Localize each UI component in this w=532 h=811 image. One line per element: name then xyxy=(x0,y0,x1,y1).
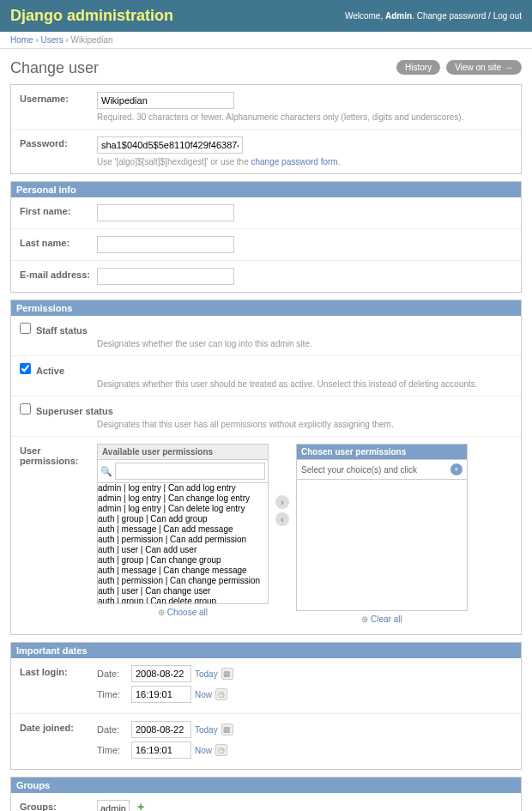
permissions-module: Permissions Staff status Designates whet… xyxy=(10,300,522,635)
last-name-label: Last name: xyxy=(20,236,93,248)
date-joined-time-input[interactable] xyxy=(131,741,191,759)
superuser-help: Designates that this user has all permis… xyxy=(97,420,512,429)
welcome-text: Welcome, xyxy=(345,11,383,21)
available-filter-input[interactable] xyxy=(115,463,265,480)
chosen-hint: Select your choice(s) and click + xyxy=(297,460,467,480)
header: Django administration Welcome, Admin. Ch… xyxy=(0,0,532,32)
permission-option[interactable]: auth | group | Can add group xyxy=(98,514,268,524)
breadcrumb-users[interactable]: Users xyxy=(41,35,63,45)
email-label: E-mail address: xyxy=(20,268,93,280)
chosen-permissions: Chosen user permissions Select your choi… xyxy=(296,444,468,611)
add-circle-icon[interactable]: + xyxy=(450,463,462,475)
groups-label: Groups: xyxy=(20,800,93,811)
permission-option[interactable]: auth | group | Can change group xyxy=(98,555,268,566)
last-login-date-input[interactable] xyxy=(131,665,191,682)
current-user: Admin xyxy=(385,11,412,21)
user-tools: Welcome, Admin. Change password / Log ou… xyxy=(345,11,522,21)
permission-option[interactable]: auth | permission | Can add permission xyxy=(98,535,268,545)
last-name-input[interactable] xyxy=(97,236,234,253)
logout-link[interactable]: Log out xyxy=(493,11,522,21)
user-permissions-label: User permissions: xyxy=(20,444,93,466)
clock-icon[interactable]: ◷ xyxy=(215,744,227,756)
breadcrumb-current: Wikipedian xyxy=(71,35,113,45)
available-filter: 🔍 xyxy=(98,460,268,483)
active-checkbox[interactable] xyxy=(20,363,31,374)
chosen-select[interactable] xyxy=(297,480,467,610)
date-joined-date-input[interactable] xyxy=(131,721,191,738)
remove-arrow-icon[interactable]: ‹ xyxy=(275,512,289,526)
breadcrumb: Home › Users › Wikipedian xyxy=(0,32,532,49)
permission-option[interactable]: auth | user | Can change user xyxy=(98,586,268,596)
first-name-input[interactable] xyxy=(97,204,234,221)
staff-label[interactable]: Staff status xyxy=(20,325,88,336)
today-link[interactable]: Today xyxy=(195,669,218,679)
chosen-heading: Chosen user permissions xyxy=(297,445,467,460)
date-joined-label: Date joined: xyxy=(20,721,93,733)
available-permissions: Available user permissions 🔍 admin | log… xyxy=(97,444,269,604)
date-joined-row: Date joined: Date: Today ▦ Time: Now ◷ xyxy=(11,714,521,769)
active-help: Designates whether this user should be t… xyxy=(97,379,512,389)
available-heading: Available user permissions xyxy=(98,445,268,460)
today-link-2[interactable]: Today xyxy=(195,725,218,735)
first-name-label: First name: xyxy=(20,204,93,216)
now-link-2[interactable]: Now xyxy=(195,746,212,755)
breadcrumb-home[interactable]: Home xyxy=(10,35,33,45)
username-input[interactable] xyxy=(97,92,234,109)
superuser-checkbox[interactable] xyxy=(20,403,31,415)
change-password-link[interactable]: Change password xyxy=(417,11,487,21)
last-login-label: Last login: xyxy=(20,665,93,677)
dates-module: Important dates Last login: Date: Today … xyxy=(10,642,522,770)
add-arrow-icon[interactable]: › xyxy=(275,495,289,509)
permission-option[interactable]: auth | message | Can change message xyxy=(98,566,268,576)
arrow-icon: → xyxy=(505,63,513,72)
groups-row: Groups: admin + In addition to the permi… xyxy=(11,793,521,811)
superuser-row: Superuser status Designates that this us… xyxy=(11,396,521,437)
personal-info-module: Personal info First name: Last name: E-m… xyxy=(10,181,522,293)
staff-row: Staff status Designates whether the user… xyxy=(11,316,521,356)
selector-controls: › ‹ xyxy=(275,444,289,526)
now-link[interactable]: Now xyxy=(195,690,212,699)
username-label: Username: xyxy=(20,92,93,104)
search-icon: 🔍 xyxy=(100,466,112,477)
groups-heading: Groups xyxy=(11,778,521,793)
staff-checkbox[interactable] xyxy=(20,323,31,334)
permission-option[interactable]: admin | log entry | Can change log entry xyxy=(98,493,268,504)
permissions-heading: Permissions xyxy=(11,300,521,316)
permission-option[interactable]: auth | user | Can add user xyxy=(98,545,268,555)
username-row: Username: Required. 30 characters or few… xyxy=(11,85,521,130)
clear-all-link[interactable]: Clear all xyxy=(371,614,402,624)
available-select[interactable]: admin | log entry | Can add log entryadm… xyxy=(98,483,268,603)
permission-option[interactable]: admin | log entry | Can add log entry xyxy=(98,483,268,493)
add-group-icon[interactable]: + xyxy=(137,800,144,811)
permissions-selector: Available user permissions 🔍 admin | log… xyxy=(97,444,512,627)
active-row: Active Designates whether this user shou… xyxy=(11,356,521,396)
username-help: Required. 30 characters or fewer. Alphan… xyxy=(97,112,512,122)
password-label: Password: xyxy=(20,136,93,148)
calendar-icon[interactable]: ▦ xyxy=(221,723,233,735)
branding-title: Django administration xyxy=(10,7,173,25)
permission-option[interactable]: admin | log entry | Can delete log entry xyxy=(98,504,268,514)
auth-module: Username: Required. 30 characters or few… xyxy=(10,84,522,174)
permission-option[interactable]: auth | message | Can add message xyxy=(98,524,268,535)
dates-heading: Important dates xyxy=(11,643,521,658)
email-input[interactable] xyxy=(97,268,234,285)
object-tools: History View on site→ xyxy=(393,60,522,75)
last-login-row: Last login: Date: Today ▦ Time: Now ◷ xyxy=(11,658,521,714)
choose-all-link[interactable]: Choose all xyxy=(167,608,208,617)
user-permissions-row: User permissions: Available user permiss… xyxy=(11,437,521,634)
permission-option[interactable]: auth | permission | Can change permissio… xyxy=(98,576,268,586)
permission-option[interactable]: auth | group | Can delete group xyxy=(98,596,268,603)
groups-select[interactable]: admin xyxy=(97,800,130,811)
superuser-label[interactable]: Superuser status xyxy=(20,406,113,416)
clock-icon[interactable]: ◷ xyxy=(215,688,227,700)
password-help: Use '[algo]$[salt]$[hexdigest]' or use t… xyxy=(97,157,512,166)
active-label[interactable]: Active xyxy=(20,366,64,376)
groups-module: Groups Groups: admin + In addition to th… xyxy=(10,777,522,811)
view-on-site-button[interactable]: View on site→ xyxy=(446,60,522,75)
history-button[interactable]: History xyxy=(396,60,440,75)
calendar-icon[interactable]: ▦ xyxy=(221,668,233,680)
password-row: Password: Use '[algo]$[salt]$[hexdigest]… xyxy=(11,130,521,173)
last-login-time-input[interactable] xyxy=(131,686,191,703)
password-input[interactable] xyxy=(97,136,243,154)
change-password-form-link[interactable]: change password form xyxy=(251,157,337,166)
